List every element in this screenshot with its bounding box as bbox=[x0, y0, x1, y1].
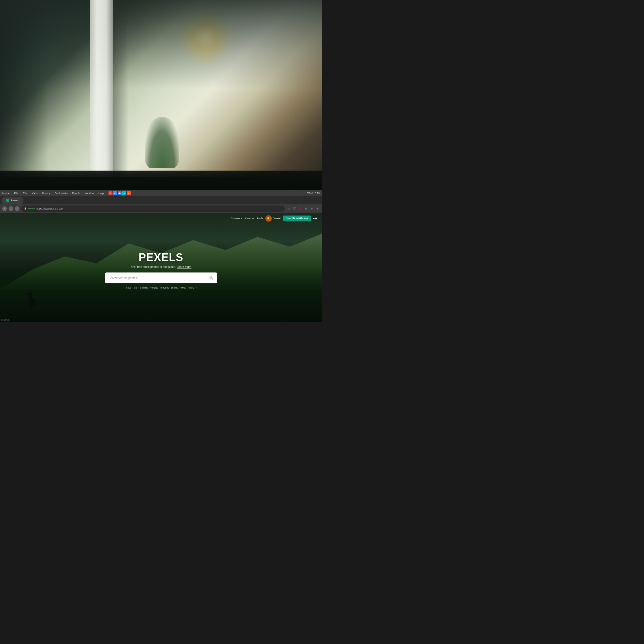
menu-item-file[interactable]: File bbox=[14, 192, 19, 195]
gdrive-app-icon[interactable]: ▲ bbox=[113, 191, 117, 195]
plant-element bbox=[145, 117, 179, 168]
nav-tools[interactable]: Tools bbox=[257, 217, 263, 220]
search-container: Search for free photos... 🔍 bbox=[105, 272, 217, 283]
pexels-navbar: Browse ▼ License Tools 😊 Daniel Contribu… bbox=[0, 213, 322, 224]
menu-item-history[interactable]: History bbox=[42, 192, 50, 195]
menu-item-edit[interactable]: Edit bbox=[23, 192, 27, 195]
secure-label: Secure bbox=[27, 207, 35, 210]
user-avatar: 😊 bbox=[265, 215, 272, 222]
search-placeholder: Search for free photos... bbox=[109, 276, 207, 280]
tab-title: Pexels bbox=[11, 199, 19, 202]
search-submit-icon[interactable]: 🔍 bbox=[209, 276, 214, 280]
system-time: Wed 16:15 bbox=[307, 192, 320, 195]
pexels-website: Browse ▼ License Tools 😊 Daniel Contribu… bbox=[0, 213, 322, 322]
menu-item-chrome[interactable]: hrome bbox=[2, 192, 10, 195]
site-subtitle: Best free stock photos in one place. Lea… bbox=[131, 265, 191, 268]
chrome-menu-bar: hrome File Edit View History Bookmarks P… bbox=[0, 190, 322, 196]
tag-meeting[interactable]: meeting bbox=[161, 286, 169, 289]
search-tags: house blur training vintage meeting phon… bbox=[125, 286, 197, 289]
menu-item-view[interactable]: View bbox=[32, 192, 37, 195]
tab-favicon bbox=[6, 199, 9, 202]
background-photo bbox=[0, 0, 322, 177]
gmail-app-icon[interactable]: M bbox=[108, 191, 112, 195]
app4-icon[interactable]: ● bbox=[122, 191, 126, 195]
secure-badge: 🔒 Secure bbox=[24, 207, 35, 210]
architectural-column bbox=[90, 0, 113, 177]
menu-item-window[interactable]: Window bbox=[85, 192, 94, 195]
search-bar[interactable]: Search for free photos... 🔍 bbox=[105, 272, 217, 283]
user-name: Daniel bbox=[273, 217, 280, 220]
nav-user[interactable]: 😊 Daniel bbox=[265, 215, 280, 222]
url-display: https://www.pexels.com bbox=[36, 207, 63, 210]
extension-icon3[interactable]: ⊕ bbox=[315, 206, 320, 211]
extension-icon1[interactable]: ⊕ bbox=[304, 206, 308, 211]
learn-more-link[interactable]: Learn more bbox=[177, 265, 191, 268]
back-button[interactable]: ‹ bbox=[2, 206, 7, 211]
app5-icon[interactable]: ● bbox=[127, 191, 131, 195]
nav-license[interactable]: License bbox=[245, 217, 254, 220]
browser-tab-bar: Pexels bbox=[0, 196, 322, 204]
contribute-photos-button[interactable]: Contribute Photos bbox=[283, 216, 311, 221]
browse-dropdown-icon: ▼ bbox=[241, 217, 243, 219]
tag-training[interactable]: training bbox=[140, 286, 148, 289]
lock-icon: 🔒 bbox=[24, 207, 27, 210]
tag-wood[interactable]: wood bbox=[181, 286, 186, 289]
tag-more[interactable]: more → bbox=[189, 286, 197, 289]
tag-house[interactable]: house bbox=[125, 286, 131, 289]
bookmark-star-icon[interactable]: ☆ bbox=[287, 206, 291, 211]
active-tab[interactable]: Pexels bbox=[2, 197, 23, 204]
tag-vintage[interactable]: vintage bbox=[150, 286, 158, 289]
address-bar[interactable]: 🔒 Secure https://www.pexels.com bbox=[21, 206, 285, 212]
forward-button[interactable]: › bbox=[9, 206, 13, 211]
tag-phone[interactable]: phone bbox=[171, 286, 178, 289]
calendar-app-icon[interactable]: 📅 bbox=[118, 191, 122, 195]
site-title: PEXELS bbox=[139, 251, 183, 264]
toolbar-icons: ☆ 🛡 P ⊕ ⊕ ⊕ bbox=[287, 206, 320, 211]
monitor-bezel-top bbox=[0, 171, 322, 190]
shield-icon[interactable]: 🛡 bbox=[292, 206, 297, 211]
hero-content: PEXELS Best free stock photos in one pla… bbox=[0, 213, 322, 322]
extension-icon2[interactable]: ⊕ bbox=[309, 206, 314, 211]
nav-browse[interactable]: Browse ▼ bbox=[231, 217, 243, 220]
tag-blur[interactable]: blur bbox=[134, 286, 138, 289]
reload-button[interactable]: ↻ bbox=[15, 206, 19, 211]
taskbar-apps: M ▲ 📅 ● ● bbox=[108, 191, 131, 195]
monitor-screen: hrome File Edit View History Bookmarks P… bbox=[0, 190, 322, 322]
nav-more-button[interactable]: ••• bbox=[313, 216, 317, 221]
menu-item-help[interactable]: Help bbox=[98, 192, 104, 195]
menu-item-bookmarks[interactable]: Bookmarks bbox=[55, 192, 68, 195]
pinterest-icon[interactable]: P bbox=[298, 206, 303, 211]
browser-toolbar: ‹ › ↻ 🔒 Secure https://www.pexels.com ☆ … bbox=[0, 204, 322, 213]
menu-item-people[interactable]: People bbox=[72, 192, 80, 195]
